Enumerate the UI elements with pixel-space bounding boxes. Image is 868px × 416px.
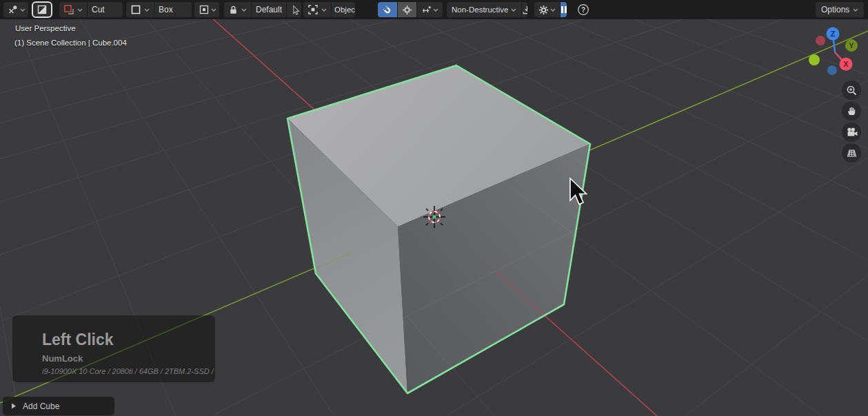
- chevron-down-icon: [433, 8, 438, 12]
- boxcutter-tool-icon: [37, 4, 48, 15]
- chevron-down-icon: [511, 8, 516, 12]
- snap-target-button[interactable]: [397, 2, 416, 17]
- navigation-gizmo[interactable]: Z Y X: [809, 28, 858, 76]
- options-dropdown[interactable]: Options: [816, 2, 864, 17]
- mode-group: Non-Destructive: [447, 2, 527, 17]
- gizmo-z-label: Z: [831, 30, 836, 38]
- camera-icon: [846, 127, 858, 138]
- apply-mode-label: Object: [334, 6, 355, 14]
- chevron-down-icon: [77, 8, 83, 12]
- pause-button[interactable]: [560, 2, 567, 17]
- options-label: Options: [821, 5, 849, 14]
- snap-cluster: [378, 2, 443, 17]
- box-shape-icon: [130, 4, 141, 15]
- breadcrumb: (1) Scene Collection | Cube.004: [14, 39, 127, 47]
- screencast-modifier: NumLock: [42, 354, 215, 363]
- screencast-specs: i9-10900X 10 Core / 2080ti / 64GB / 2TBM…: [42, 368, 215, 375]
- hand-icon: [846, 105, 857, 116]
- chevron-down-icon: [144, 8, 150, 12]
- screencast-keys-overlay: Left Click NumLock i9-10900X 10 Core / 2…: [12, 315, 215, 382]
- object-bounds-icon: [307, 4, 319, 15]
- settings-cluster: [534, 2, 567, 17]
- pause-icon: [561, 6, 567, 14]
- pan-button[interactable]: [842, 101, 861, 121]
- mode-label: Non-Destructive: [452, 6, 508, 14]
- gizmo-x-label: X: [843, 60, 849, 68]
- cursor-3d-icon: [423, 206, 445, 228]
- gizmo-x-neg-ball[interactable]: [816, 36, 825, 45]
- perspective-toggle-button[interactable]: [842, 143, 861, 163]
- proportional-edit-dropdown[interactable]: [416, 2, 443, 17]
- gizmo-z-neg-ball[interactable]: [827, 65, 837, 75]
- gear-icon: [538, 5, 549, 15]
- lock-dropdown[interactable]: [224, 2, 251, 17]
- pin-tool-icon: [8, 4, 19, 15]
- proportional-icon: [421, 5, 432, 15]
- cursor-tool-icon: [291, 5, 301, 15]
- box-shape-label: Box: [159, 5, 173, 14]
- chevron-down-icon: [241, 8, 247, 12]
- chevron-down-icon: [853, 8, 858, 12]
- tool-pin-dropdown[interactable]: [3, 2, 28, 17]
- gizmo-y-neg-ball[interactable]: [809, 54, 820, 65]
- show-cursor-toggle[interactable]: [286, 2, 301, 17]
- chevron-down-icon: [550, 8, 556, 12]
- origin-icon: [199, 4, 210, 15]
- blender-window: Z Y X User Perspective (1) Scene Collect…: [0, 0, 868, 416]
- lock-icon: [228, 5, 239, 15]
- cut-shape-dropdown[interactable]: [59, 2, 87, 17]
- screencast-key: Left Click: [42, 332, 215, 348]
- cut-mode-group[interactable]: Cut: [59, 2, 123, 17]
- zoom-icon: [846, 85, 858, 96]
- snap-target-icon: [402, 5, 412, 15]
- mode-dropdown[interactable]: Non-Destructive: [447, 2, 521, 17]
- box-shape-group[interactable]: Box: [126, 2, 192, 17]
- header-toolbar: Cut Box: [0, 0, 868, 19]
- import-button[interactable]: [521, 2, 527, 17]
- grid-icon: [846, 147, 858, 158]
- chevron-down-icon: [321, 8, 327, 12]
- zoom-button[interactable]: [842, 81, 861, 100]
- chevron-down-icon: [211, 8, 216, 12]
- cut-shape-icon: [63, 4, 74, 15]
- behavior-group[interactable]: Default: [224, 2, 301, 17]
- view-perspective-label: User Perspective: [15, 24, 76, 32]
- object-bounds-dropdown[interactable]: [303, 2, 331, 17]
- snap-toggle-button[interactable]: [378, 2, 397, 17]
- apply-mode-group[interactable]: Object: [303, 2, 355, 17]
- help-glyph: ?: [581, 6, 585, 14]
- origin-dropdown[interactable]: [194, 2, 219, 17]
- settings-dropdown[interactable]: [534, 2, 560, 17]
- play-icon: [11, 403, 17, 409]
- chevron-down-icon: [20, 8, 26, 12]
- help-icon: ?: [577, 3, 589, 16]
- magnet-icon: [382, 5, 392, 15]
- operator-panel[interactable]: Add Cube: [3, 397, 114, 415]
- gizmo-y-label: Y: [849, 41, 854, 50]
- download-icon: [522, 5, 527, 15]
- camera-view-button[interactable]: [842, 123, 861, 142]
- box-shape-dropdown[interactable]: [126, 2, 154, 17]
- help-button[interactable]: ?: [577, 3, 589, 16]
- cut-mode-label: Cut: [92, 5, 105, 14]
- operator-label: Add Cube: [23, 402, 59, 411]
- behavior-label: Default: [256, 5, 282, 14]
- active-tool-button[interactable]: [32, 1, 52, 18]
